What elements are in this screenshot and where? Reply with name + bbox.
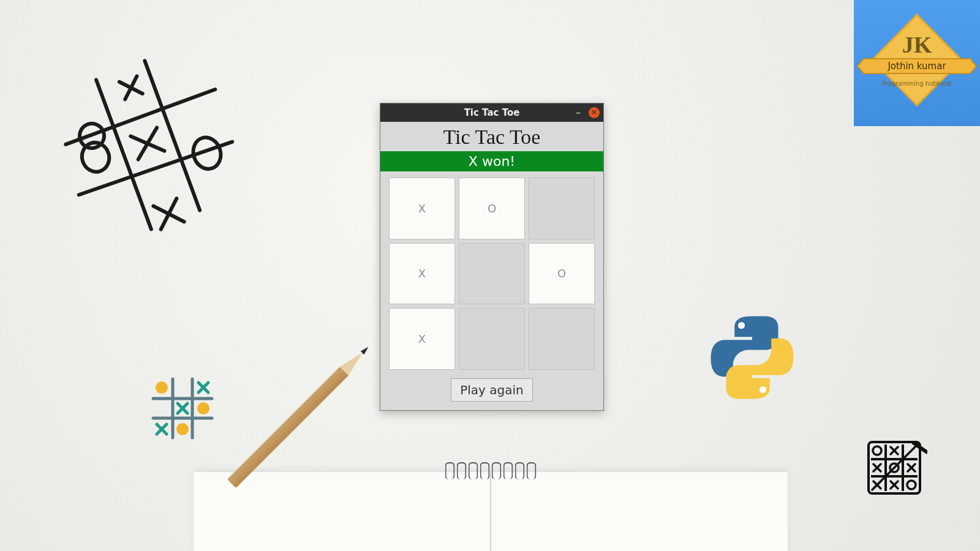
status-bar: X won! — [380, 151, 603, 171]
game-title: Tic Tac Toe — [380, 122, 603, 151]
svg-point-10 — [189, 134, 225, 173]
svg-point-17 — [156, 381, 168, 394]
svg-point-27 — [760, 386, 766, 393]
python-icon — [703, 309, 801, 407]
pencil-icon — [227, 341, 374, 488]
cell-8[interactable] — [529, 308, 595, 370]
svg-line-12 — [153, 198, 184, 229]
badge-subtitle: Programming hobbyist — [882, 80, 952, 87]
cell-7[interactable] — [459, 308, 525, 370]
svg-point-26 — [738, 322, 745, 329]
play-again-button[interactable]: Play again — [451, 378, 533, 402]
svg-line-46 — [872, 446, 916, 490]
cell-0[interactable]: X — [389, 178, 455, 239]
svg-point-22 — [197, 402, 209, 414]
app-window: Tic Tac Toe – ✕ Tic Tac Toe X won! X O X… — [380, 103, 604, 411]
window-title: Tic Tac Toe — [380, 107, 603, 118]
mini-board-icon — [151, 377, 214, 440]
svg-line-9 — [130, 127, 164, 159]
tic-tac-toe-frame-icon — [866, 440, 927, 501]
cell-6[interactable]: X — [389, 308, 455, 370]
svg-point-43 — [907, 481, 916, 489]
close-icon[interactable]: ✕ — [589, 107, 600, 118]
svg-line-5 — [119, 76, 143, 99]
badge-name: Jothin kumar — [887, 61, 946, 72]
sketch-board-icon — [49, 49, 245, 245]
badge-initials: JK — [902, 32, 932, 58]
cell-1[interactable]: O — [459, 178, 525, 239]
cell-2[interactable] — [529, 178, 595, 239]
notebook-spiral — [445, 462, 537, 479]
author-badge: JK Jothin kumar Programming hobbyist — [854, 0, 980, 126]
svg-line-2 — [64, 89, 217, 144]
cell-4[interactable] — [459, 243, 525, 305]
cell-3[interactable]: X — [389, 243, 455, 305]
notebook — [194, 471, 788, 551]
minimize-icon[interactable]: – — [574, 108, 582, 117]
window-titlebar[interactable]: Tic Tac Toe – ✕ — [380, 103, 603, 122]
cell-5[interactable]: O — [529, 243, 595, 305]
svg-point-33 — [873, 446, 881, 455]
game-board: X O X O X — [389, 178, 595, 370]
svg-point-25 — [176, 423, 189, 435]
